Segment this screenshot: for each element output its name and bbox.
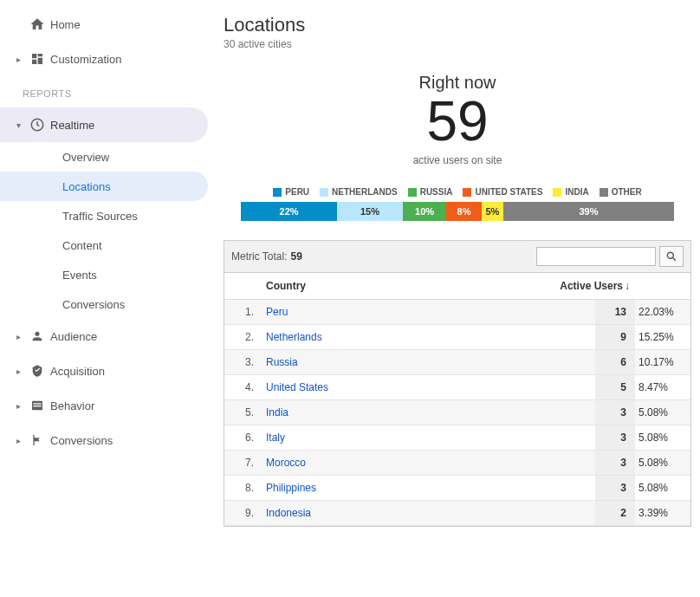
row-pct: 5.08% [635, 406, 690, 419]
row-index: 2. [224, 331, 262, 343]
bar-segment: 5% [482, 202, 503, 221]
legend-item: RUSSIA [408, 187, 453, 197]
row-index: 6. [224, 432, 262, 444]
table-search-button[interactable] [659, 246, 684, 267]
row-index: 5. [224, 406, 262, 419]
nav-acquisition[interactable]: ▸Acquisition [0, 354, 215, 388]
chevron-right-icon: ▸ [12, 401, 24, 411]
row-users: 2 [595, 501, 635, 525]
sidebar-sub-item[interactable]: Overview [0, 142, 215, 172]
country-link[interactable]: United States [262, 381, 595, 393]
nav-label: Realtime [50, 119, 94, 132]
country-link[interactable]: Indonesia [262, 507, 595, 519]
page-title: Locations [224, 14, 691, 36]
bar-segment: 15% [337, 202, 403, 221]
sidebar-sub-item[interactable]: Conversions [0, 289, 215, 319]
row-users: 3 [595, 425, 635, 450]
dashboard-icon [24, 52, 50, 66]
bar-segment: 10% [403, 202, 447, 221]
row-index: 7. [224, 457, 262, 469]
nav-customization[interactable]: ▸ Customization [0, 42, 215, 76]
person-icon [24, 329, 50, 343]
row-pct: 8.47% [635, 381, 690, 393]
row-pct: 3.39% [635, 507, 690, 519]
nav-label: Conversions [50, 434, 113, 447]
legend-item: INDIA [553, 187, 588, 197]
active-users-count: 59 [224, 93, 691, 151]
row-pct: 15.25% [635, 331, 690, 343]
country-link[interactable]: India [262, 406, 595, 419]
col-active-users[interactable]: Active Users ↓ [548, 273, 635, 299]
nav-conversions[interactable]: ▸Conversions [0, 423, 215, 457]
sidebar-sub-item[interactable]: Traffic Sources [0, 201, 215, 230]
flag-icon [24, 433, 50, 447]
table-row: 6.Italy35.08% [224, 425, 690, 451]
chevron-right-icon: ▸ [12, 55, 24, 64]
bar-segment: 39% [503, 202, 674, 221]
row-users: 6 [595, 350, 635, 374]
row-pct: 5.08% [635, 482, 690, 494]
row-index: 4. [224, 381, 262, 393]
country-link[interactable]: Peru [262, 306, 595, 318]
nav-label: Customization [50, 53, 121, 66]
row-pct: 5.08% [635, 432, 690, 444]
legend-item: NETHERLANDS [320, 187, 398, 197]
table-toolbar: Metric Total: 59 [224, 241, 690, 273]
sort-down-icon: ↓ [625, 280, 630, 292]
row-index: 8. [224, 482, 262, 494]
behavior-icon [24, 399, 50, 412]
legend-item: PERU [273, 187, 309, 197]
country-percentage-bar: 22%15%10%8%5%39% [241, 202, 674, 221]
bar-segment: 22% [241, 202, 337, 221]
nav-label: Home [50, 18, 81, 31]
row-users: 3 [595, 476, 635, 500]
chevron-right-icon: ▸ [12, 332, 24, 341]
col-country[interactable]: Country [262, 273, 548, 299]
country-legend: PERUNETHERLANDSRUSSIAUNITED STATESINDIAO… [241, 187, 674, 197]
row-users: 5 [595, 375, 635, 399]
table-row: 2.Netherlands915.25% [224, 325, 690, 350]
table-row: 9.Indonesia23.39% [224, 501, 690, 526]
row-pct: 22.03% [635, 306, 690, 318]
country-link[interactable]: Netherlands [262, 331, 595, 343]
country-table: Metric Total: 59 Country Active Users ↓ … [224, 240, 691, 527]
country-link[interactable]: Russia [262, 356, 595, 368]
table-row: 4.United States58.47% [224, 375, 690, 400]
table-row: 7.Morocco35.08% [224, 451, 690, 476]
row-users: 3 [595, 451, 635, 475]
sidebar-sub-item[interactable]: Content [0, 230, 215, 260]
country-link[interactable]: Italy [262, 432, 595, 444]
legend-item: OTHER [600, 187, 642, 197]
row-users: 9 [595, 325, 635, 349]
active-users-label: active users on site [224, 154, 691, 166]
row-users: 3 [595, 400, 635, 425]
reports-section-label: REPORTS [0, 76, 215, 107]
row-index: 9. [224, 507, 262, 519]
chevron-right-icon: ▸ [12, 367, 24, 376]
chevron-down-icon: ▾ [12, 120, 24, 130]
main-content: Locations 30 active cities Right now 59 … [215, 0, 700, 597]
nav-label: Behavior [50, 399, 94, 412]
row-pct: 10.17% [635, 356, 690, 368]
nav-behavior[interactable]: ▸Behavior [0, 388, 215, 423]
country-link[interactable]: Philippines [262, 482, 595, 494]
svg-point-4 [667, 253, 673, 259]
country-link[interactable]: Morocco [262, 457, 595, 469]
row-index: 1. [224, 306, 262, 318]
row-users: 13 [595, 300, 635, 324]
table-row: 1.Peru1322.03% [224, 300, 690, 325]
legend-item: UNITED STATES [463, 187, 542, 197]
table-row: 5.India35.08% [224, 400, 690, 425]
svg-rect-2 [33, 403, 41, 404]
metric-total-value: 59 [290, 250, 301, 263]
nav-realtime[interactable]: ▾ Realtime [0, 107, 208, 142]
home-icon [24, 16, 50, 32]
nav-label: Audience [50, 330, 97, 343]
table-search-input[interactable] [536, 247, 656, 266]
nav-audience[interactable]: ▸Audience [0, 319, 215, 354]
row-pct: 5.08% [635, 457, 690, 469]
sidebar-sub-item[interactable]: Events [0, 260, 215, 289]
nav-home[interactable]: Home [0, 7, 215, 42]
row-index: 3. [224, 356, 262, 368]
sidebar-sub-item[interactable]: Locations [0, 172, 208, 201]
